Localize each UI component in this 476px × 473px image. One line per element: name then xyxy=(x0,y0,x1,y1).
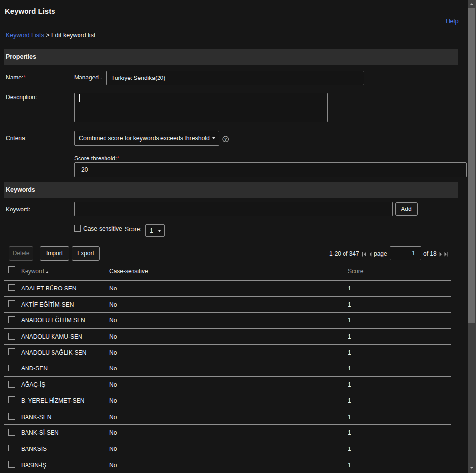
svg-text:?: ? xyxy=(224,137,227,142)
